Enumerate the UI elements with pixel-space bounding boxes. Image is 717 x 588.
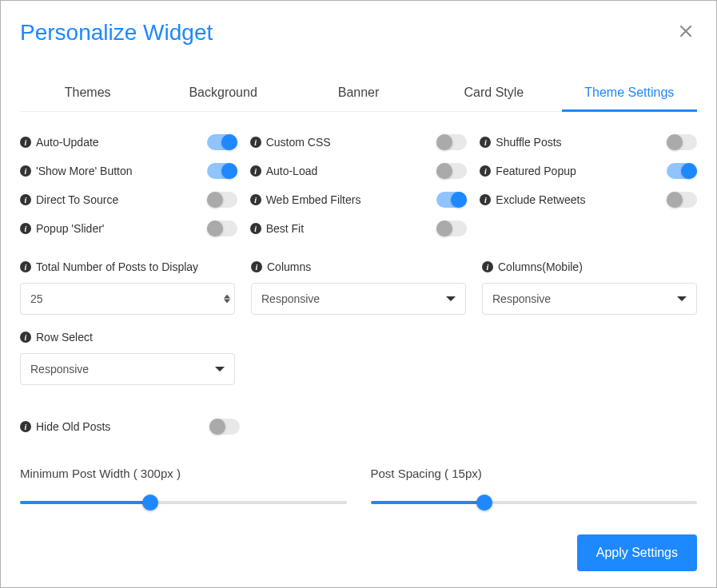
info-icon[interactable]: i [20,194,31,205]
info-icon[interactable]: i [250,165,261,177]
label-text: Columns [267,260,311,273]
chevron-down-icon [224,300,230,304]
modal-header: Personalize Widget [20,20,697,46]
slider-row: Minimum Post Width ( 300px ) Post Spacin… [20,467,697,511]
row-popup-slider: i Popup 'Slider' [20,220,237,236]
label-text: Exclude Retweets [496,193,585,206]
info-icon[interactable]: i [20,261,31,272]
modal-footer: Apply Settings [20,534,697,571]
tab-background[interactable]: Background [155,77,290,111]
row-direct-source: i Direct To Source [20,192,237,208]
label-text: Columns(Mobile) [498,260,583,273]
label-row-select: i Row Select [20,331,235,344]
label-text: Shuffle Posts [496,136,561,149]
slider-fill [371,501,485,504]
select-columns[interactable]: Responsive [251,283,466,315]
field-row-select: i Row Select Responsive [20,331,235,385]
tabs: Themes Background Banner Card Style Them… [20,77,697,112]
label-text: Row Select [36,331,93,344]
close-button[interactable] [675,20,697,45]
label-show-more: i 'Show More' Button [20,165,133,177]
select-value: Responsive [30,363,89,375]
apply-settings-button[interactable]: Apply Settings [577,534,697,571]
slider-thumb[interactable] [142,495,158,511]
info-icon[interactable]: i [250,194,261,205]
label-featured-popup: i Featured Popup [480,165,576,177]
label-text: Direct To Source [36,193,118,206]
toggle-auto-load[interactable] [436,163,467,179]
label-text: Best Fit [266,222,304,235]
label-auto-update: i Auto-Update [20,136,99,149]
label-popup-slider: i Popup 'Slider' [20,222,105,235]
chevron-down-icon [215,367,225,371]
slider-min-width[interactable] [20,495,347,511]
slider-thumb[interactable] [476,495,492,511]
tab-theme-settings[interactable]: Theme Settings [562,77,697,111]
field-columns-mobile: i Columns(Mobile) Responsive [482,260,697,315]
label-shuffle-posts: i Shuffle Posts [480,136,561,149]
select-value: Responsive [492,292,551,305]
field-grid: i Total Number of Posts to Display i Col… [20,260,697,385]
field-columns: i Columns Responsive [251,260,466,315]
info-icon[interactable]: i [250,137,261,148]
label-web-embed: i Web Embed Filters [250,193,361,206]
label-text: Hide Old Posts [36,420,110,433]
toggle-featured-popup[interactable] [667,163,697,179]
label-hide-old: i Hide Old Posts [20,420,110,433]
label-text: Popup 'Slider' [36,222,105,235]
row-best-fit: i Best Fit [250,220,468,236]
info-icon[interactable]: i [20,332,31,343]
info-icon[interactable]: i [480,165,491,177]
toggle-hide-old[interactable] [209,419,240,435]
label-best-fit: i Best Fit [250,222,304,235]
toggle-auto-update[interactable] [207,134,237,150]
label-direct-source: i Direct To Source [20,193,118,206]
select-columns-mobile[interactable]: Responsive [482,283,697,315]
info-icon[interactable]: i [20,137,31,148]
info-icon[interactable]: i [251,261,262,272]
label-text: Auto-Update [36,136,99,149]
label-text: Web Embed Filters [266,193,361,206]
info-icon[interactable]: i [20,165,31,177]
toggle-best-fit[interactable] [436,220,467,236]
slider-track [20,501,347,504]
toggle-popup-slider[interactable] [207,220,237,236]
info-icon[interactable]: i [250,223,261,234]
tab-banner[interactable]: Banner [291,77,426,111]
label-exclude-retweets: i Exclude Retweets [480,193,585,206]
row-shuffle-posts: i Shuffle Posts [480,134,697,150]
label-min-width: Minimum Post Width ( 300px ) [20,467,347,480]
toggle-exclude-retweets[interactable] [667,192,697,208]
modal-title: Personalize Widget [20,20,213,46]
input-total-posts[interactable] [20,283,235,315]
info-icon[interactable]: i [20,421,31,432]
tab-card-style[interactable]: Card Style [426,77,561,111]
chevron-down-icon [446,296,456,301]
info-icon[interactable]: i [480,194,491,205]
slider-block-spacing: Post Spacing ( 15px) [371,467,698,511]
toggle-web-embed[interactable] [436,192,467,208]
personalize-widget-modal: Personalize Widget Themes Background Ban… [0,0,717,588]
label-text: Custom CSS [266,136,331,149]
info-icon[interactable]: i [482,261,493,272]
info-icon[interactable]: i [480,137,491,148]
row-auto-load: i Auto-Load [250,163,468,179]
label-spacing: Post Spacing ( 15px) [371,467,698,480]
chevron-up-icon [224,295,230,299]
chevron-down-icon [677,296,687,301]
slider-track [371,501,698,504]
slider-spacing[interactable] [371,495,698,511]
spinner[interactable] [224,295,230,304]
label-columns-mobile: i Columns(Mobile) [482,260,697,273]
toggle-custom-css[interactable] [436,134,467,150]
label-text: 'Show More' Button [36,165,133,177]
tab-themes[interactable]: Themes [20,77,155,111]
toggle-shuffle-posts[interactable] [667,134,697,150]
select-row-select[interactable]: Responsive [20,353,235,385]
toggle-show-more[interactable] [207,163,237,179]
label-text: Featured Popup [496,165,576,177]
slider-fill [20,501,150,504]
label-custom-css: i Custom CSS [250,136,331,149]
info-icon[interactable]: i [20,223,31,234]
toggle-direct-source[interactable] [207,192,237,208]
